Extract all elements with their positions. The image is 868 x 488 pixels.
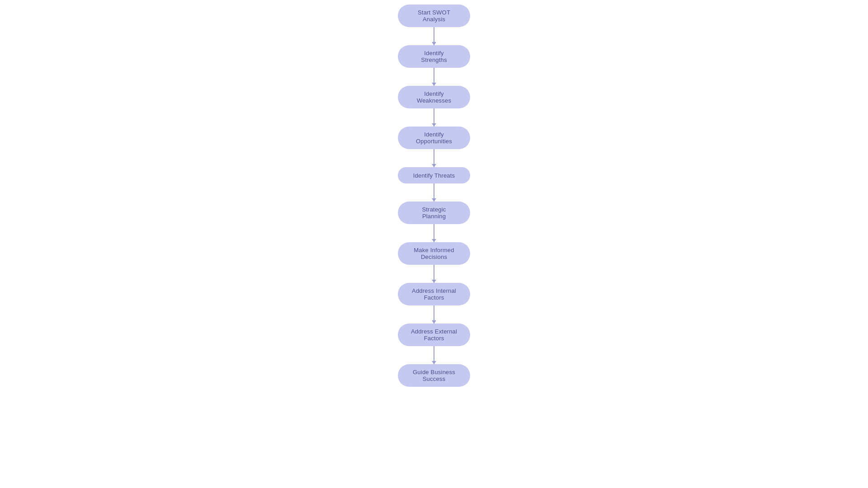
flowchart: Start SWOT AnalysisIdentify StrengthsIde… [0, 0, 868, 387]
flow-arrow-8 [434, 346, 434, 364]
flow-node-make-informed-decisions[interactable]: Make Informed Decisions [398, 242, 470, 265]
flow-node-strategic-planning[interactable]: Strategic Planning [398, 202, 470, 224]
flow-arrow-2 [434, 108, 434, 127]
flow-arrow-1 [434, 68, 434, 86]
flow-arrow-6 [434, 265, 434, 283]
flow-node-identify-strengths[interactable]: Identify Strengths [398, 45, 470, 68]
flow-node-identify-opportunities[interactable]: Identify Opportunities [398, 127, 470, 149]
flow-arrow-4 [434, 183, 434, 202]
flow-node-start-swot[interactable]: Start SWOT Analysis [398, 5, 470, 27]
flow-node-address-external-factors[interactable]: Address External Factors [398, 324, 470, 346]
flow-node-address-internal-factors[interactable]: Address Internal Factors [398, 283, 470, 305]
flow-arrow-3 [434, 149, 434, 167]
flow-arrow-0 [434, 27, 434, 45]
flow-arrow-7 [434, 305, 434, 324]
flow-node-guide-business-success[interactable]: Guide Business Success [398, 364, 470, 387]
flow-node-identify-weaknesses[interactable]: Identify Weaknesses [398, 86, 470, 108]
flow-node-identify-threats[interactable]: Identify Threats [398, 167, 470, 183]
flow-arrow-5 [434, 224, 434, 242]
